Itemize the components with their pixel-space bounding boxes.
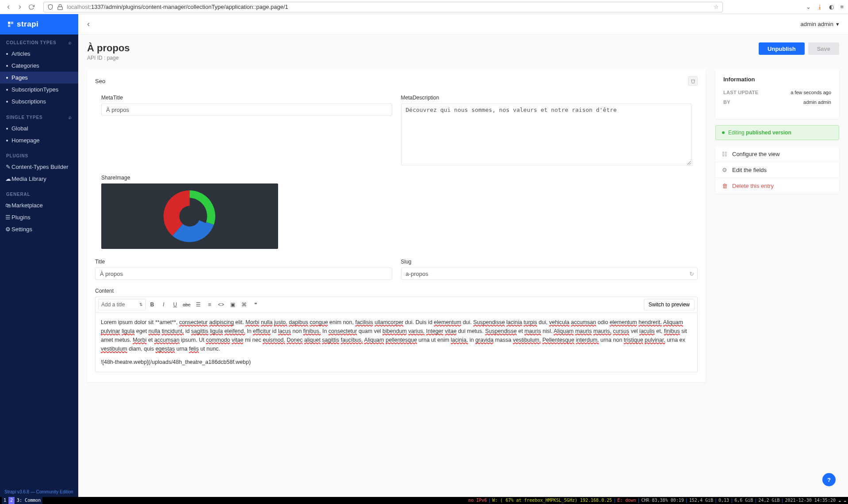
switch-preview-button[interactable]: Switch to preview [644, 299, 695, 310]
lock-icon [57, 4, 63, 10]
select-caret-icon: ⇅ [139, 302, 143, 307]
slug-label: Slug [401, 259, 698, 265]
status-dot-icon [722, 131, 725, 134]
image-button[interactable]: ▣ [227, 299, 238, 310]
unpublish-button[interactable]: Unpublish [759, 42, 805, 55]
sidebar-item-global[interactable]: Global [0, 122, 78, 134]
italic-button[interactable]: I [158, 299, 169, 310]
by-value: admin admin [803, 99, 831, 105]
browser-url-bar[interactable]: localhost:1337/admin/plugins/content-man… [43, 2, 723, 12]
configure-view-link[interactable]: ☷ Configure the view [715, 146, 839, 162]
search-icon[interactable]: ⌕ [69, 115, 72, 120]
shareimage-preview[interactable] [101, 183, 278, 249]
ol-button[interactable]: ≡ [204, 299, 215, 310]
information-card: Information LAST UPDATE a few seconds ag… [715, 69, 839, 119]
sidebar-version: Strapi v3.6.8 — Community Edition [0, 487, 78, 497]
sidebar-general-header: GENERAL [0, 192, 78, 199]
sidebar-item-subscriptions[interactable]: Subscriptions [0, 95, 78, 107]
sidebar-item-media-library[interactable]: ☁Media Library [0, 173, 78, 185]
code-button[interactable]: <> [216, 299, 226, 310]
by-label: BY [723, 99, 730, 105]
regenerate-icon[interactable]: ↻ [689, 271, 694, 277]
bookmark-star-icon[interactable]: ☆ [714, 4, 719, 10]
metadescription-label: MetaDescription [401, 95, 692, 101]
link-button[interactable]: ⌘ [239, 299, 249, 310]
os-status-bar: 1 2 3: Common no IPv6 | W: ( 67% at free… [0, 497, 848, 504]
help-button[interactable]: ? [822, 473, 836, 486]
delete-component-button[interactable] [688, 76, 698, 86]
sidebar-collection-header: COLLECTION TYPES ⌕ [0, 40, 78, 48]
editor-toolbar: Add a title ⇅ B I U abc ☰ ≡ [95, 297, 698, 313]
svg-rect-3 [8, 25, 10, 27]
url-text: localhost:1337/admin/plugins/content-man… [67, 4, 288, 10]
content-label: Content [95, 288, 698, 294]
chevron-down-icon: ▾ [836, 21, 839, 27]
bold-button[interactable]: B [147, 299, 157, 310]
topbar: ‹ admin admin ▾ [78, 14, 848, 34]
back-button[interactable]: ‹ [87, 19, 90, 29]
trash-icon: 🗑 [722, 183, 728, 189]
sidebar-item-homepage[interactable]: Homepage [0, 134, 78, 146]
trash-icon [691, 79, 695, 84]
metatitle-label: MetaTitle [101, 95, 392, 101]
svg-rect-1 [8, 22, 10, 24]
last-update-label: LAST UPDATE [723, 90, 758, 95]
content-editor[interactable]: Lorem ipsum dolor sit **amet**, consecte… [95, 313, 698, 372]
delete-entry-link[interactable]: 🗑 Delete this entry [715, 178, 839, 194]
metadescription-textarea[interactable]: Découvrez qui nous sommes, nos valeurs e… [401, 103, 692, 165]
sidebar-single-header: SINGLE TYPES ⌕ [0, 115, 78, 122]
sidebar-item-marketplace[interactable]: 🛍Marketplace [0, 199, 78, 211]
layout-icon: ☷ [722, 151, 728, 157]
workspace-3[interactable]: 3: Common [15, 497, 42, 504]
search-icon[interactable]: ⌕ [69, 40, 72, 45]
api-id-label: API ID : page [87, 55, 130, 61]
workspace-2[interactable]: 2 [8, 497, 15, 504]
quote-button[interactable]: ❝ [250, 299, 261, 310]
last-update-value: a few seconds ago [791, 90, 831, 95]
browser-back-button[interactable] [4, 3, 12, 11]
hamburger-icon[interactable]: ≡ [840, 4, 844, 10]
workspace-1[interactable]: 1 [2, 497, 8, 504]
title-input[interactable] [95, 267, 392, 280]
metatitle-input[interactable] [101, 103, 392, 116]
heading-select[interactable]: Add a title ⇅ [98, 299, 146, 310]
save-button: Save [808, 42, 839, 55]
pie-chart-icon [161, 187, 218, 245]
svg-rect-0 [58, 7, 63, 9]
sidebar-item-content-types-builder[interactable]: ✎Content-Types Builder [0, 161, 78, 173]
title-label: Title [95, 259, 392, 265]
underline-button[interactable]: U [170, 299, 180, 310]
browser-toolbar: localhost:1337/admin/plugins/content-man… [0, 0, 848, 14]
page-title: À propos [87, 42, 130, 54]
extension-icon[interactable]: ◐ [829, 4, 834, 10]
edit-fields-link[interactable]: ⚙ Edit the fields [715, 162, 839, 178]
slug-input[interactable] [401, 267, 698, 280]
sidebar-item-categories[interactable]: Categories [0, 60, 78, 72]
browser-forward-button[interactable] [16, 3, 24, 11]
svg-rect-2 [11, 22, 13, 24]
browser-reload-button[interactable] [27, 3, 35, 11]
download-icon[interactable]: ⭳ [817, 4, 823, 10]
sidebar-plugins-header: PLUGINS [0, 153, 78, 161]
user-menu[interactable]: admin admin ▾ [801, 21, 839, 27]
ul-button[interactable]: ☰ [193, 299, 203, 310]
shareimage-label: ShareImage [101, 175, 691, 181]
status-banner: Editing published version [715, 125, 839, 140]
sidebar-item-plugins[interactable]: ☰Plugins [0, 211, 78, 223]
strikethrough-button[interactable]: abc [181, 299, 192, 310]
entry-actions: ☷ Configure the view ⚙ Edit the fields 🗑… [715, 146, 839, 194]
shield-icon [47, 4, 53, 10]
sidebar: strapi COLLECTION TYPES ⌕ ArticlesCatego… [0, 14, 78, 497]
pocket-icon[interactable]: ⌄ [806, 4, 811, 10]
sidebar-item-subscriptiontypes[interactable]: SubscriptionTypes [0, 84, 78, 95]
sidebar-item-settings[interactable]: ⚙Settings [0, 223, 78, 235]
gear-icon: ⚙ [722, 167, 728, 173]
seo-heading: Seo [95, 78, 105, 84]
sidebar-item-pages[interactable]: Pages [0, 72, 78, 84]
strapi-logo[interactable]: strapi [0, 14, 78, 34]
sidebar-item-articles[interactable]: Articles [0, 48, 78, 60]
